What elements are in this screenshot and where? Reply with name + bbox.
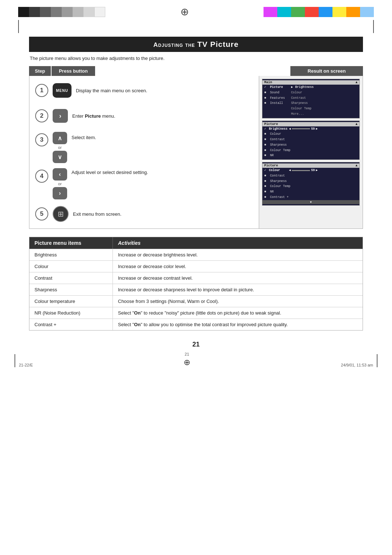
step-4: 4 ‹ or › Adjust level or select desired … — [35, 168, 253, 199]
table-cell-contrast-activity: Increase or decrease contrast level. — [113, 272, 363, 284]
table-cell-colour-temp-activity: Choose from 3 settings (Normal, Warm or … — [113, 296, 363, 307]
step-col-header: Step — [29, 66, 51, 76]
table-row-colour: Colour Increase or decrease color level. — [29, 260, 363, 272]
screen-3-row-2: ■ Contrast — [262, 173, 359, 179]
screen-1-title: Main▲ — [262, 80, 359, 85]
main-content: Step Press button Result on screen 1 MEN… — [0, 66, 392, 331]
table-row-brightness: Brightness Increase or decrease brightne… — [29, 249, 363, 260]
screen-2-row-5: ■ Colour Temp — [262, 148, 359, 153]
table-cell-nr-item: NR (Noise Reduction) — [29, 307, 113, 319]
step-table-header: Step Press button Result on screen — [29, 66, 363, 76]
screen-1: Main▲ ✓ Picture ▶ Brightness ■ Sound Col… — [262, 79, 360, 118]
step-4-buttons: ‹ or › — [53, 168, 67, 199]
table-row-contrast: Contrast Increase or decrease contrast l… — [29, 272, 363, 284]
screen-1-row-1: ✓ Picture ▶ Brightness — [262, 85, 359, 90]
page-number: 21 — [0, 341, 392, 348]
screen-1-row-5: Colour Temp — [262, 106, 359, 112]
crosshair-icon: ⊕ — [180, 6, 189, 18]
title-main: TV Picture — [197, 40, 239, 48]
color-bar — [264, 7, 374, 17]
page-border-mark-left — [18, 20, 19, 33]
step-2-number: 2 — [35, 109, 48, 122]
table-header: Picture menu items Activities — [29, 237, 363, 249]
step-3-buttons: ∧ or ∨ — [53, 132, 67, 163]
table-cell-contrast-plus-item: Contrast + — [29, 319, 113, 330]
press-col-header: Press button — [52, 66, 95, 76]
step-2: 2 › Enter Picture menu. — [35, 106, 253, 125]
screen-2-row-2: ■ Colour — [262, 131, 359, 137]
page-subtitle: The picture menu allows you to make adju… — [29, 56, 363, 61]
step-4-description: Adjust level or select desired setting. — [72, 168, 253, 175]
table-cell-contrast-plus-activity: Select "On" to allow you to optimise the… — [113, 319, 363, 330]
screen-1-row-4: ■ Install Sharpness — [262, 101, 359, 106]
steps-left-panel: 1 MENU Display the main menu on screen. … — [29, 76, 259, 228]
table-cell-sharpness-activity: Increase or decrease sharpness level to … — [113, 284, 363, 295]
footer-left-text: 21-22/E — [19, 363, 33, 367]
table-row-colour-temp: Colour temperature Choose from 3 setting… — [29, 295, 363, 307]
step-4-left-button: ‹ — [53, 168, 67, 181]
table-header-item: Picture menu items — [29, 237, 113, 249]
screen-2: Picture▲ ✓ Brightness ◀ 59 ▶ ■ Colour ■ … — [262, 121, 360, 160]
step-2-description: Enter Picture menu. — [72, 113, 253, 119]
step-3-description: Select item. — [72, 132, 253, 140]
screen-3-row-5: ■ NR — [262, 189, 359, 195]
step-2-button: › — [53, 109, 68, 123]
step-5-number: 5 — [35, 207, 48, 220]
screen-1-row-6: More... — [262, 112, 359, 117]
grayscale-bar — [18, 7, 105, 17]
step-1: 1 MENU Display the main menu on screen. — [35, 81, 253, 100]
screen-2-row-6: ■ NR — [262, 153, 359, 158]
footer-right-text: 24/9/01, 11:53 am — [341, 363, 373, 367]
step-3: 3 ∧ or ∨ Select item. — [35, 132, 253, 163]
step-1-number: 1 — [35, 84, 48, 97]
step-5-description: Exit menu from screen. — [73, 211, 253, 217]
table-cell-sharpness-item: Sharpness — [29, 284, 113, 295]
step-5-button: ⊞ — [53, 206, 69, 222]
screen-3-row-4: ■ Colour Temp — [262, 184, 359, 189]
footer-border-left — [15, 354, 15, 367]
table-header-activity: Activities — [113, 237, 363, 249]
screen-3-row-6: ■ Contrast + — [262, 195, 359, 200]
step-4-right-button: › — [53, 187, 67, 199]
screen-2-row-4: ■ Sharpness — [262, 142, 359, 148]
table-cell-colour-activity: Increase or decrease color level. — [113, 261, 363, 272]
title-prefix: Adjusting the — [154, 41, 195, 48]
screen-3-row-3: ■ Sharpness — [262, 179, 359, 184]
result-col-header: Result on screen — [290, 66, 363, 76]
page-footer: 21-22/E 21 ⊕ 24/9/01, 11:53 am — [0, 352, 392, 373]
table-cell-brightness-activity: Increase or decrease brightness level. — [113, 249, 363, 260]
step-4-number: 4 — [35, 170, 48, 183]
step-3-up-button: ∧ — [53, 132, 67, 144]
screen-3-row-1: ✓ Colour ◀ 59 ▶ — [262, 168, 359, 173]
page-title-section: Adjusting the TV Picture The picture men… — [0, 33, 392, 63]
table-cell-colour-temp-item: Colour temperature — [29, 296, 113, 307]
step-1-description: Display the main menu on screen. — [76, 88, 253, 93]
screen-2-title: Picture▲ — [262, 122, 359, 126]
screen-3: Picture▲ ✓ Colour ◀ 59 ▶ ■ Contrast ■ Sh… — [262, 162, 360, 206]
screen-1-row-3: ■ Features Contrast — [262, 96, 359, 101]
table-cell-nr-activity: Select "On" to reduce "noisy" picture (l… — [113, 307, 363, 319]
table-cell-contrast-item: Contrast — [29, 272, 113, 284]
page-border-mark-right — [373, 20, 374, 33]
step-3-down-button: ∨ — [53, 151, 67, 163]
table-cell-colour-item: Colour — [29, 261, 113, 272]
screen-results-panel: Main▲ ✓ Picture ▶ Brightness ■ Sound Col… — [259, 76, 363, 228]
screen-3-title: Picture▲ — [262, 163, 359, 168]
footer-border-right — [377, 354, 377, 367]
screen-3-bottom-arrow: ▼ — [262, 200, 359, 204]
step-3-number: 3 — [35, 133, 48, 146]
screen-2-row-1: ✓ Brightness ◀ 59 ▶ — [262, 126, 359, 132]
table-row-nr: NR (Noise Reduction) Select "On" to redu… — [29, 307, 363, 319]
screen-2-row-3: ■ Contrast — [262, 137, 359, 142]
screen-1-row-2: ■ Sound Colour — [262, 90, 359, 96]
step-3-or-label: or — [58, 145, 62, 150]
step-5: 5 ⊞ Exit menu from screen. — [35, 204, 253, 223]
step-1-button: MENU — [53, 83, 72, 98]
page-title-bar: Adjusting the TV Picture — [29, 37, 363, 52]
step-4-or-label: or — [58, 182, 62, 186]
table-row-sharpness: Sharpness Increase or decrease sharpness… — [29, 284, 363, 295]
table-row-contrast-plus: Contrast + Select "On" to allow you to o… — [29, 319, 363, 330]
footer-crosshair-icon: ⊕ — [184, 358, 190, 367]
steps-container: 1 MENU Display the main menu on screen. … — [29, 76, 363, 229]
table-cell-brightness-item: Brightness — [29, 249, 113, 260]
